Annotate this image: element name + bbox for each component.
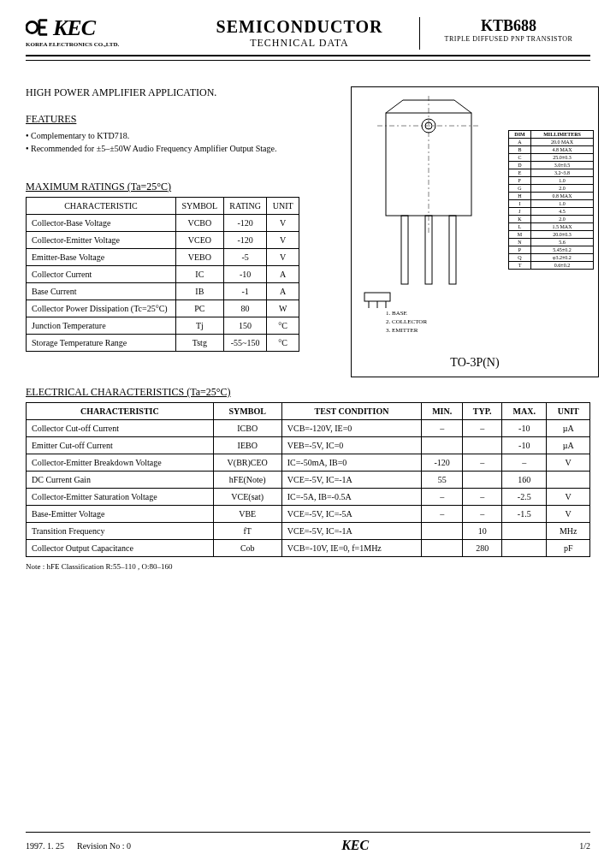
svg-rect-8: [449, 216, 456, 284]
electrical-table: CHARACTERISTIC SYMBOL TEST CONDITION MIN…: [26, 402, 590, 557]
package-label: TO-3P(N): [352, 356, 598, 370]
electrical-heading: ELECTRICAL CHARACTERISTICS (Ta=25°C): [26, 386, 590, 399]
hfe-note: Note : hFE Classification R:55–110 , O:8…: [26, 562, 590, 571]
footer-date: 1997. 1. 25: [26, 841, 64, 851]
pin-label: 3. EMITTER: [386, 327, 427, 335]
header-rule: [26, 60, 590, 61]
footer-page: 1/2: [579, 841, 590, 851]
footer-revision: Revision No : 0: [77, 841, 131, 851]
logo-text: KEC: [53, 17, 95, 39]
elec-col: SYMBOL: [213, 403, 281, 420]
part-number: KTB688: [427, 17, 590, 35]
ratings-col: RATING: [223, 198, 267, 215]
company-logo: KEC: [26, 17, 180, 39]
content-area: HIGH POWER AMPLIFIER APPLICATION. FEATUR…: [26, 86, 590, 571]
pin-label: 1. BASE: [386, 310, 427, 318]
dimension-table: DIMMILLIMETERS A20.0 MAX B4.8 MAX C25.0±…: [508, 130, 594, 270]
elec-col: TEST CONDITION: [281, 403, 422, 420]
ratings-col: SYMBOL: [175, 198, 223, 215]
doc-title-sub: TECHNICAL DATA: [180, 37, 419, 50]
doc-title-main: SEMICONDUCTOR: [180, 17, 419, 37]
elec-col: UNIT: [547, 403, 590, 420]
company-subtitle: KOREA ELECTRONICS CO.,LTD.: [26, 41, 180, 48]
footer-left: 1997. 1. 25 Revision No : 0: [26, 841, 131, 851]
ratings-col: UNIT: [267, 198, 299, 215]
svg-rect-7: [425, 216, 432, 284]
package-box: DIMMILLIMETERS A20.0 MAX B4.8 MAX C25.0±…: [351, 86, 599, 377]
package-drawing-icon: [360, 96, 497, 310]
header-center: SEMICONDUCTOR TECHNICAL DATA: [180, 17, 419, 50]
ratings-col: CHARACTERISTIC: [27, 198, 176, 215]
part-description: TRIPLE DIFFUSED PNP TRANSISTOR: [427, 35, 590, 43]
header-left: KEC KOREA ELECTRONICS CO.,LTD.: [26, 17, 180, 50]
elec-col: CHARACTERISTIC: [27, 403, 214, 420]
ratings-table: CHARACTERISTIC SYMBOL RATING UNIT Collec…: [26, 197, 299, 352]
svg-point-0: [27, 21, 38, 33]
header-right: KTB688 TRIPLE DIFFUSED PNP TRANSISTOR: [419, 17, 590, 50]
dim-header: DIM: [509, 131, 531, 139]
pin-label: 2. COLLECTOR: [386, 318, 427, 327]
elec-col: MAX.: [502, 403, 547, 420]
dim-header: MILLIMETERS: [531, 131, 594, 139]
svg-rect-9: [364, 293, 390, 301]
kec-logo-icon: [26, 17, 50, 38]
page-footer: 1997. 1. 25 Revision No : 0 KEC 1/2: [26, 832, 590, 853]
svg-rect-6: [401, 216, 408, 284]
elec-col: MIN.: [422, 403, 463, 420]
pin-labels: 1. BASE 2. COLLECTOR 3. EMITTER: [386, 310, 427, 335]
elec-col: TYP.: [463, 403, 502, 420]
footer-logo: KEC: [341, 838, 369, 853]
page-header: KEC KOREA ELECTRONICS CO.,LTD. SEMICONDU…: [26, 17, 590, 56]
